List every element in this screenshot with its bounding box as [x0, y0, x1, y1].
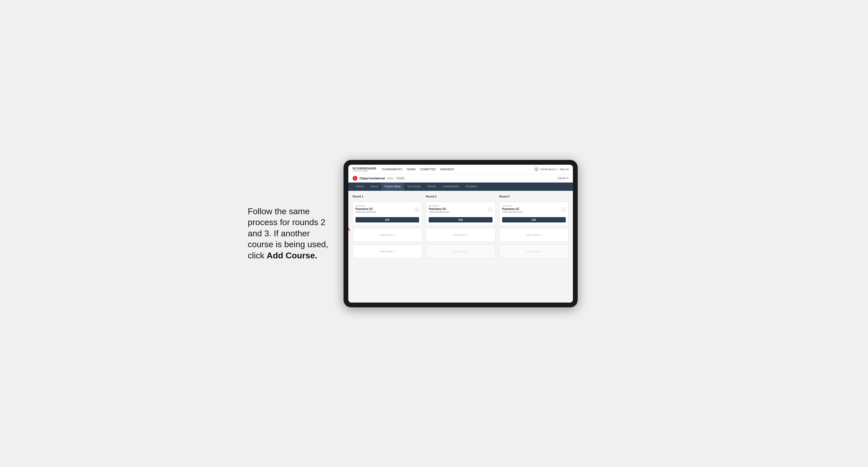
sub-header-left: C Clippd Invitational (Men) Hosting: [352, 176, 405, 181]
sub-header: C Clippd Invitational (Men) Hosting Canc…: [348, 174, 573, 183]
round-3-course-info: (Course A) Peachtree GC Yellow (M) (6629…: [502, 205, 561, 215]
round-3-edit-button[interactable]: Edit: [502, 217, 566, 222]
tablet-screen: SCOREBOARD Powered by clippd TOURNAMENTS…: [348, 165, 573, 303]
tab-tee-groups[interactable]: Tee Groups: [404, 183, 424, 191]
nav-rankings[interactable]: RANKINGS: [440, 167, 454, 172]
nav-teams[interactable]: TEAMS: [407, 167, 416, 172]
tournament-type: (Men): [387, 177, 393, 180]
round-3-add-course-button[interactable]: Add Course +: [499, 228, 569, 242]
cancel-button[interactable]: Cancel ✕: [557, 177, 569, 180]
user-avatar: [534, 167, 538, 172]
round-1-plus-icon: +: [393, 233, 395, 237]
clippd-logo-icon: C: [352, 176, 358, 181]
round-3-title: Round 3: [499, 195, 569, 198]
round-3-course-label: (Course A): [502, 205, 561, 207]
nav-committee[interactable]: COMMITTEE: [420, 167, 436, 172]
tournament-name: Clippd Invitational: [360, 177, 385, 180]
round-1-course-details: Yellow (M) (6629 yds): [355, 211, 415, 213]
round-2-edit-button[interactable]: Edit: [429, 217, 492, 222]
tab-details[interactable]: Details: [352, 183, 367, 191]
nav-right: blair@clippd.io | Sign out: [534, 167, 569, 172]
round-2-column: Round 2 (Course A) Peachtree GC Yellow (…: [426, 195, 495, 258]
round-1-column: Round 1 (Course A) Peachtree GC Yellow (…: [352, 195, 422, 258]
user-email: blair@clippd.io: [540, 168, 556, 170]
page-wrapper: Follow the same process for rounds 2 and…: [248, 160, 620, 307]
round-2-course-card: (Course A) Peachtree GC Yellow (M) (6629…: [426, 202, 495, 225]
round-3-course-card: (Course A) Peachtree GC Yellow (M) (6629…: [499, 202, 569, 225]
scoreboard-logo: SCOREBOARD: [352, 167, 376, 170]
round-3-add-course-label-2: Add Course: [526, 250, 539, 253]
round-2-title: Round 2: [426, 195, 495, 198]
round-2-add-course-button-2: Add Course +: [426, 245, 495, 258]
round-2-add-course-label: Add Course: [453, 234, 466, 236]
round-1-title: Round 1: [352, 195, 422, 198]
round-2-delete-button[interactable]: ✕: [488, 208, 493, 212]
add-course-emphasis: Add Course.: [267, 251, 317, 260]
round-1-add-course-label: Add Course: [379, 234, 392, 236]
tab-course-setup[interactable]: Course Setup: [381, 183, 404, 191]
round-2-course-details: Yellow (M) (6629 yds): [429, 211, 488, 213]
tab-results[interactable]: Results: [424, 183, 439, 191]
tab-leaderboards[interactable]: Leaderboards: [439, 183, 462, 191]
round-3-card-header: (Course A) Peachtree GC Yellow (M) (6629…: [502, 205, 566, 215]
cancel-x-icon: ✕: [566, 177, 569, 180]
hosting-badge: Hosting: [395, 177, 405, 180]
round-1-card-header: (Course A) Peachtree GC Yellow (M) (6629…: [355, 205, 419, 215]
round-1-add-course-button[interactable]: Add Course +: [352, 228, 422, 242]
rounds-grid: Round 1 (Course A) Peachtree GC Yellow (…: [352, 195, 569, 258]
main-content: Round 1 (Course A) Peachtree GC Yellow (…: [348, 191, 573, 303]
tab-bar: Details Teams Course Setup Tee Groups Re…: [348, 183, 573, 191]
round-2-course-info: (Course A) Peachtree GC Yellow (M) (6629…: [429, 205, 488, 215]
round-3-course-name: Peachtree GC: [502, 208, 561, 211]
nav-links: TOURNAMENTS TEAMS COMMITTEE RANKINGS: [381, 167, 534, 172]
round-2-add-course-button[interactable]: Add Course +: [426, 228, 495, 242]
tablet-device: SCOREBOARD Powered by clippd TOURNAMENTS…: [344, 160, 578, 307]
round-3-plus-icon: +: [540, 233, 542, 237]
round-1-course-name: Peachtree GC: [355, 208, 415, 211]
round-3-add-course-label: Add Course: [526, 234, 539, 236]
round-3-add-course-button-2: Add Course +: [499, 245, 569, 258]
round-3-plus-icon-2: +: [540, 250, 542, 253]
round-3-course-details: Yellow (M) (6629 yds): [502, 211, 561, 213]
round-1-add-course-label-2: Add Course: [379, 250, 392, 253]
round-1-course-card: (Course A) Peachtree GC Yellow (M) (6629…: [352, 202, 422, 225]
tab-teams[interactable]: Teams: [367, 183, 381, 191]
annotation-arrow: [348, 220, 352, 236]
round-1-course-info: (Course A) Peachtree GC Yellow (M) (6629…: [355, 205, 415, 215]
logo-area: SCOREBOARD Powered by clippd: [352, 167, 376, 172]
top-navigation: SCOREBOARD Powered by clippd TOURNAMENTS…: [348, 165, 573, 174]
round-2-course-label: (Course A): [429, 205, 488, 207]
round-2-course-name: Peachtree GC: [429, 208, 488, 211]
round-1-course-label: (Course A): [355, 205, 415, 207]
round-3-delete-button[interactable]: ✕: [561, 208, 566, 212]
round-1-plus-icon-2: +: [393, 250, 395, 253]
round-2-plus-icon-2: +: [466, 250, 468, 253]
round-3-column: Round 3 (Course A) Peachtree GC Yellow (…: [499, 195, 569, 258]
round-1-delete-button[interactable]: ✕: [415, 208, 419, 212]
round-2-plus-icon: +: [466, 233, 468, 237]
round-2-card-header: (Course A) Peachtree GC Yellow (M) (6629…: [429, 205, 492, 215]
tab-printables[interactable]: Printables: [462, 183, 480, 191]
round-2-add-course-label-2: Add Course: [453, 250, 466, 253]
sign-out-link[interactable]: Sign out: [560, 168, 569, 170]
nav-separator: |: [558, 168, 558, 170]
nav-tournaments[interactable]: TOURNAMENTS: [381, 167, 402, 172]
round-1-add-course-container: Add Course +: [352, 228, 422, 242]
logo-subtitle: Powered by clippd: [352, 170, 376, 172]
round-1-add-course-button-2[interactable]: Add Course +: [352, 245, 422, 258]
instruction-text: Follow the same process for rounds 2 and…: [248, 206, 333, 261]
round-1-edit-button[interactable]: Edit: [355, 217, 419, 222]
